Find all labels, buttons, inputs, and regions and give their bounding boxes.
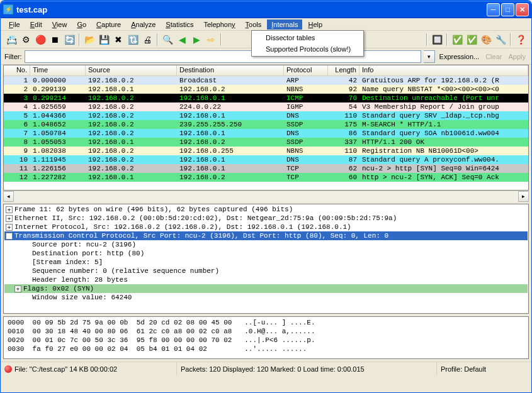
packet-row[interactable]: 101.111945192.168.0.2192.168.0.1DNS87Sta… xyxy=(4,155,528,164)
print-icon[interactable]: 🖨 xyxy=(140,33,154,47)
packet-row[interactable]: 111.226156192.168.0.2192.168.0.1TCP62ncu… xyxy=(4,164,528,173)
app-icon: ⚡ xyxy=(3,4,13,14)
packet-row[interactable]: 91.082038192.168.0.2192.168.0.255NBNS110… xyxy=(4,147,528,155)
toolbar-separator xyxy=(446,33,448,46)
packet-bytes[interactable]: 0000 00 09 5b 2d 75 9a 00 0b 5d 20 cd 02… xyxy=(3,316,529,359)
packet-row[interactable]: 10.000000192.168.0.2BroadcastARP42Gratui… xyxy=(4,76,528,85)
packet-row[interactable]: 121.227282192.168.0.1192.168.0.2TCP60htt… xyxy=(4,173,528,182)
hscroll-track[interactable] xyxy=(14,191,518,202)
menu-go[interactable]: Go xyxy=(72,19,91,30)
window-title: test.cap xyxy=(16,5,487,14)
options-icon[interactable]: ⚙ xyxy=(19,33,33,47)
menu-dissector-tables[interactable]: Dissector tables xyxy=(253,32,362,43)
packet-list: No. Time Source Destination Protocol Len… xyxy=(3,65,529,191)
col-time[interactable]: Time xyxy=(30,65,86,76)
col-length[interactable]: Length xyxy=(328,65,359,76)
expression-link[interactable]: Expression... xyxy=(438,53,482,60)
go-forward-icon[interactable]: ▶ xyxy=(190,33,203,47)
detail-row[interactable]: -Transmission Control Protocol, Src Port… xyxy=(4,231,528,240)
packet-row[interactable]: 30.299214192.168.0.2192.168.0.1ICMP70Des… xyxy=(4,94,528,102)
internals-dropdown: Dissector tables Supported Protocols (sl… xyxy=(251,30,364,57)
minimize-button[interactable]: ─ xyxy=(487,3,500,16)
packet-list-header: No. Time Source Destination Protocol Len… xyxy=(4,65,528,76)
detail-row[interactable]: Window size value: 64240 xyxy=(4,293,528,302)
go-back-icon[interactable]: ◀ xyxy=(175,33,189,47)
start-capture-icon[interactable]: 🔴 xyxy=(33,33,47,47)
menubar: File Edit View Go Capture Analyze Statis… xyxy=(1,18,531,31)
col-info[interactable]: Info xyxy=(359,65,528,76)
go-to-icon[interactable]: ⇨ xyxy=(204,33,218,47)
detail-row[interactable]: Source port: ncu-2 (3196) xyxy=(4,240,528,249)
hscroll[interactable]: ◂ ▸ xyxy=(3,191,529,201)
expand-icon[interactable]: - xyxy=(6,233,13,240)
reload-icon[interactable]: 🔃 xyxy=(126,33,140,47)
coloring-icon[interactable]: 🎨 xyxy=(479,33,493,47)
record-indicator-icon[interactable] xyxy=(4,365,12,373)
interfaces-icon[interactable]: 📇 xyxy=(4,33,18,47)
detail-row[interactable]: +Ethernet II, Src: 192.168.0.2 (00:0b:5d… xyxy=(4,214,528,223)
prefs-icon[interactable]: 🔧 xyxy=(494,33,507,47)
statusbar: File: "C:/test.cap" 14 KB 00:00:02 Packe… xyxy=(1,362,531,375)
maximize-button[interactable]: □ xyxy=(501,3,514,16)
packet-row[interactable]: 20.299139192.168.0.1192.168.0.2NBNS92Nam… xyxy=(4,85,528,94)
apply-link[interactable]: Apply xyxy=(506,53,528,60)
detail-row[interactable]: +Internet Protocol, Src: 192.168.0.2 (19… xyxy=(4,223,528,231)
menu-telephony[interactable]: Telephony xyxy=(199,19,239,30)
col-destination[interactable]: Destination xyxy=(177,65,284,76)
expand-icon[interactable]: + xyxy=(6,224,13,231)
hscroll-right-icon[interactable]: ▸ xyxy=(518,191,529,202)
clear-link[interactable]: Clear xyxy=(484,53,504,60)
menu-internals[interactable]: Internals xyxy=(267,19,302,30)
toolbar-separator xyxy=(220,33,222,46)
menu-statistics[interactable]: Statistics xyxy=(161,19,198,30)
filter-dropdown-icon[interactable]: ▾ xyxy=(424,50,435,63)
expand-icon[interactable]: + xyxy=(6,215,13,222)
expand-icon[interactable]: + xyxy=(6,206,13,213)
stop-capture-icon[interactable]: ⏹ xyxy=(48,33,62,47)
detail-row[interactable]: Header length: 28 bytes xyxy=(4,275,528,284)
toolbar-separator xyxy=(79,33,80,46)
menu-tools[interactable]: Tools xyxy=(241,19,266,30)
open-icon[interactable]: 📂 xyxy=(82,33,96,47)
find-icon[interactable]: 🔍 xyxy=(161,33,174,47)
packet-row[interactable]: 81.055053192.168.0.1192.168.0.2SSDP337HT… xyxy=(4,138,528,147)
toolbar-separator xyxy=(510,33,511,46)
zoom-icon[interactable]: 🔲 xyxy=(430,33,444,47)
status-packets: Packets: 120 Displayed: 120 Marked: 0 Lo… xyxy=(177,362,437,375)
menu-help[interactable]: Help xyxy=(303,19,327,30)
detail-row[interactable]: +Frame 11: 62 bytes on wire (496 bits), … xyxy=(4,205,528,214)
display-filter-icon[interactable]: ✅ xyxy=(465,33,478,47)
packet-row[interactable]: 51.044366192.168.0.2192.168.0.1DNS110Sta… xyxy=(4,111,528,120)
close-file-icon[interactable]: ✖ xyxy=(111,33,125,47)
toolbar-separator xyxy=(426,33,427,46)
menu-edit[interactable]: Edit xyxy=(26,19,47,30)
menu-capture[interactable]: Capture xyxy=(92,19,125,30)
packet-row[interactable]: 71.050784192.168.0.2192.168.0.1DNS86Stan… xyxy=(4,129,528,138)
packet-row[interactable]: 61.048652192.168.0.2239.255.255.250SSDP1… xyxy=(4,120,528,129)
packet-row[interactable]: 41.025659192.168.0.2224.0.0.22IGMP54V3 M… xyxy=(4,102,528,111)
detail-row[interactable]: [Stream index: 5] xyxy=(4,258,528,267)
expand-icon[interactable]: + xyxy=(14,285,21,292)
restart-icon[interactable]: 🔄 xyxy=(62,33,76,47)
close-button[interactable]: ✕ xyxy=(516,3,529,16)
menu-file[interactable]: File xyxy=(4,19,25,30)
col-no[interactable]: No. xyxy=(4,65,30,76)
filter-label: Filter: xyxy=(4,53,22,60)
status-file: File: "C:/test.cap" 14 KB 00:00:02 xyxy=(14,365,117,373)
help-icon[interactable]: ❓ xyxy=(514,33,528,47)
detail-row[interactable]: +Flags: 0x02 (SYN) xyxy=(4,284,528,293)
titlebar[interactable]: ⚡ test.cap ─ □ ✕ xyxy=(1,1,531,18)
menu-analyze[interactable]: Analyze xyxy=(127,19,160,30)
app-window: ⚡ test.cap ─ □ ✕ File Edit View Go Captu… xyxy=(0,0,532,393)
capture-filter-icon[interactable]: ✅ xyxy=(450,33,464,47)
col-protocol[interactable]: Protocol xyxy=(284,65,328,76)
menu-supported-protocols[interactable]: Supported Protocols (slow!) xyxy=(253,43,362,55)
save-icon[interactable]: 💾 xyxy=(97,33,111,47)
col-source[interactable]: Source xyxy=(86,65,177,76)
menu-view[interactable]: View xyxy=(48,19,72,30)
detail-row[interactable]: Destination port: http (80) xyxy=(4,249,528,258)
hscroll-left-icon[interactable]: ◂ xyxy=(3,191,14,202)
detail-row[interactable]: Sequence number: 0 (relative sequence nu… xyxy=(4,267,528,275)
status-profile[interactable]: Profile: Default xyxy=(437,362,531,375)
packet-details: +Frame 11: 62 bytes on wire (496 bits), … xyxy=(3,204,529,314)
